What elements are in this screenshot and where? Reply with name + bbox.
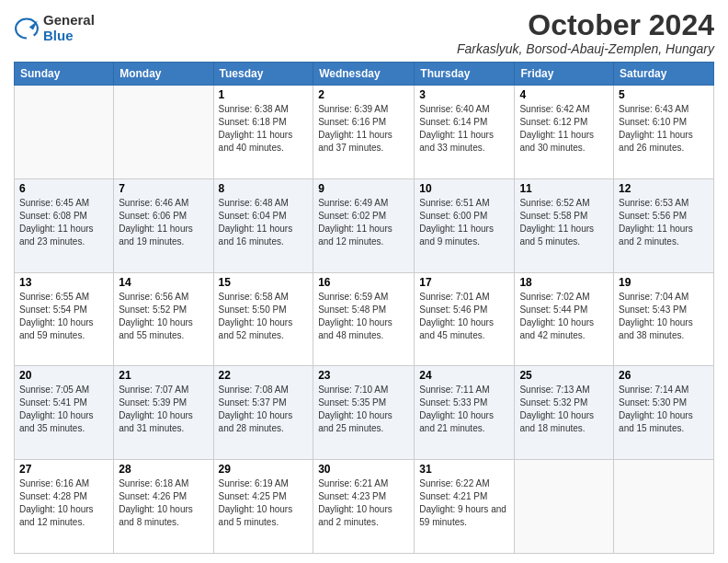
day-info: Sunrise: 6:48 AM Sunset: 6:04 PM Dayligh… — [219, 197, 309, 248]
day-number: 15 — [219, 276, 309, 289]
day-number: 17 — [419, 276, 509, 289]
title-block: October 2024 Farkaslyuk, Borsod-Abauj-Ze… — [457, 9, 714, 56]
logo-general-text: General — [43, 13, 95, 29]
calendar-col-monday: Monday — [114, 63, 213, 86]
day-number: 4 — [519, 88, 609, 101]
calendar-week-4: 20Sunrise: 7:05 AM Sunset: 5:41 PM Dayli… — [15, 366, 714, 460]
day-info: Sunrise: 6:43 AM Sunset: 6:10 PM Dayligh… — [619, 103, 709, 155]
calendar-cell: 23Sunrise: 7:10 AM Sunset: 5:35 PM Dayli… — [313, 366, 415, 460]
calendar-cell: 4Sunrise: 6:42 AM Sunset: 6:12 PM Daylig… — [515, 86, 614, 179]
day-number: 3 — [419, 88, 509, 101]
calendar-col-saturday: Saturday — [614, 63, 714, 86]
calendar-cell: 11Sunrise: 6:52 AM Sunset: 5:58 PM Dayli… — [515, 178, 614, 272]
calendar-cell: 16Sunrise: 6:59 AM Sunset: 5:48 PM Dayli… — [313, 272, 415, 366]
day-number: 8 — [219, 182, 309, 195]
logo-text: General Blue — [43, 13, 95, 43]
day-number: 14 — [119, 276, 208, 289]
day-info: Sunrise: 6:51 AM Sunset: 6:00 PM Dayligh… — [419, 197, 509, 248]
day-info: Sunrise: 7:05 AM Sunset: 5:41 PM Dayligh… — [19, 384, 108, 435]
calendar-cell: 1Sunrise: 6:38 AM Sunset: 6:18 PM Daylig… — [213, 86, 313, 179]
day-info: Sunrise: 6:56 AM Sunset: 5:52 PM Dayligh… — [119, 291, 208, 342]
calendar-cell: 18Sunrise: 7:02 AM Sunset: 5:44 PM Dayli… — [515, 272, 614, 366]
calendar-cell: 10Sunrise: 6:51 AM Sunset: 6:00 PM Dayli… — [415, 178, 515, 272]
month-title: October 2024 — [457, 9, 714, 41]
day-info: Sunrise: 6:59 AM Sunset: 5:48 PM Dayligh… — [318, 291, 409, 342]
logo-icon — [14, 16, 40, 41]
day-number: 23 — [318, 369, 409, 382]
calendar-cell: 9Sunrise: 6:49 AM Sunset: 6:02 PM Daylig… — [313, 178, 415, 272]
day-info: Sunrise: 7:13 AM Sunset: 5:32 PM Dayligh… — [519, 384, 609, 435]
calendar-cell: 22Sunrise: 7:08 AM Sunset: 5:37 PM Dayli… — [213, 366, 313, 460]
calendar-col-thursday: Thursday — [415, 63, 515, 86]
day-number: 22 — [219, 369, 309, 382]
day-info: Sunrise: 6:55 AM Sunset: 5:54 PM Dayligh… — [19, 291, 108, 342]
calendar-cell — [114, 86, 213, 179]
calendar-col-friday: Friday — [515, 63, 614, 86]
location: Farkaslyuk, Borsod-Abauj-Zemplen, Hungar… — [457, 41, 714, 56]
day-info: Sunrise: 7:02 AM Sunset: 5:44 PM Dayligh… — [519, 291, 609, 342]
calendar-cell: 27Sunrise: 6:16 AM Sunset: 4:28 PM Dayli… — [15, 460, 114, 554]
calendar-cell: 15Sunrise: 6:58 AM Sunset: 5:50 PM Dayli… — [213, 272, 313, 366]
day-number: 1 — [219, 88, 309, 101]
day-info: Sunrise: 6:45 AM Sunset: 6:08 PM Dayligh… — [19, 197, 108, 248]
calendar-cell: 19Sunrise: 7:04 AM Sunset: 5:43 PM Dayli… — [614, 272, 714, 366]
calendar: SundayMondayTuesdayWednesdayThursdayFrid… — [14, 62, 714, 554]
day-info: Sunrise: 6:22 AM Sunset: 4:21 PM Dayligh… — [419, 477, 509, 529]
day-info: Sunrise: 7:04 AM Sunset: 5:43 PM Dayligh… — [619, 291, 709, 342]
calendar-cell: 26Sunrise: 7:14 AM Sunset: 5:30 PM Dayli… — [614, 366, 714, 460]
calendar-week-1: 1Sunrise: 6:38 AM Sunset: 6:18 PM Daylig… — [15, 86, 714, 179]
day-info: Sunrise: 6:42 AM Sunset: 6:12 PM Dayligh… — [519, 103, 609, 155]
calendar-cell: 29Sunrise: 6:19 AM Sunset: 4:25 PM Dayli… — [213, 460, 313, 554]
day-number: 25 — [519, 369, 609, 382]
day-info: Sunrise: 7:10 AM Sunset: 5:35 PM Dayligh… — [318, 384, 409, 435]
page: General Blue October 2024 Farkaslyuk, Bo… — [0, 0, 728, 563]
day-number: 18 — [519, 276, 609, 289]
day-info: Sunrise: 7:11 AM Sunset: 5:33 PM Dayligh… — [419, 384, 509, 435]
day-info: Sunrise: 6:46 AM Sunset: 6:06 PM Dayligh… — [119, 197, 208, 248]
day-info: Sunrise: 6:52 AM Sunset: 5:58 PM Dayligh… — [519, 197, 609, 248]
logo: General Blue — [14, 13, 95, 43]
day-info: Sunrise: 7:14 AM Sunset: 5:30 PM Dayligh… — [619, 384, 709, 435]
calendar-cell — [614, 460, 714, 554]
calendar-col-sunday: Sunday — [15, 63, 114, 86]
calendar-cell: 17Sunrise: 7:01 AM Sunset: 5:46 PM Dayli… — [415, 272, 515, 366]
calendar-cell: 14Sunrise: 6:56 AM Sunset: 5:52 PM Dayli… — [114, 272, 213, 366]
day-number: 28 — [119, 463, 208, 476]
calendar-cell: 8Sunrise: 6:48 AM Sunset: 6:04 PM Daylig… — [213, 178, 313, 272]
day-info: Sunrise: 6:53 AM Sunset: 5:56 PM Dayligh… — [619, 197, 709, 248]
day-info: Sunrise: 7:01 AM Sunset: 5:46 PM Dayligh… — [419, 291, 509, 342]
calendar-cell — [515, 460, 614, 554]
calendar-cell: 28Sunrise: 6:18 AM Sunset: 4:26 PM Dayli… — [114, 460, 213, 554]
day-info: Sunrise: 6:58 AM Sunset: 5:50 PM Dayligh… — [219, 291, 309, 342]
day-number: 12 — [619, 182, 709, 195]
day-number: 21 — [119, 369, 208, 382]
day-info: Sunrise: 6:38 AM Sunset: 6:18 PM Dayligh… — [219, 103, 309, 155]
calendar-col-wednesday: Wednesday — [313, 63, 415, 86]
calendar-week-3: 13Sunrise: 6:55 AM Sunset: 5:54 PM Dayli… — [15, 272, 714, 366]
calendar-cell: 5Sunrise: 6:43 AM Sunset: 6:10 PM Daylig… — [614, 86, 714, 179]
day-number: 20 — [19, 369, 108, 382]
calendar-cell: 24Sunrise: 7:11 AM Sunset: 5:33 PM Dayli… — [415, 366, 515, 460]
day-info: Sunrise: 6:40 AM Sunset: 6:14 PM Dayligh… — [419, 103, 509, 155]
calendar-cell: 25Sunrise: 7:13 AM Sunset: 5:32 PM Dayli… — [515, 366, 614, 460]
day-number: 16 — [318, 276, 409, 289]
calendar-cell: 20Sunrise: 7:05 AM Sunset: 5:41 PM Dayli… — [15, 366, 114, 460]
calendar-cell: 3Sunrise: 6:40 AM Sunset: 6:14 PM Daylig… — [415, 86, 515, 179]
day-info: Sunrise: 6:39 AM Sunset: 6:16 PM Dayligh… — [318, 103, 409, 155]
day-number: 27 — [19, 463, 108, 476]
calendar-header-row: SundayMondayTuesdayWednesdayThursdayFrid… — [15, 63, 714, 86]
calendar-week-2: 6Sunrise: 6:45 AM Sunset: 6:08 PM Daylig… — [15, 178, 714, 272]
logo-blue-text: Blue — [43, 29, 95, 44]
day-info: Sunrise: 7:08 AM Sunset: 5:37 PM Dayligh… — [219, 384, 309, 435]
day-number: 24 — [419, 369, 509, 382]
calendar-cell: 12Sunrise: 6:53 AM Sunset: 5:56 PM Dayli… — [614, 178, 714, 272]
calendar-week-5: 27Sunrise: 6:16 AM Sunset: 4:28 PM Dayli… — [15, 460, 714, 554]
day-info: Sunrise: 6:18 AM Sunset: 4:26 PM Dayligh… — [119, 477, 208, 529]
calendar-cell: 21Sunrise: 7:07 AM Sunset: 5:39 PM Dayli… — [114, 366, 213, 460]
day-number: 10 — [419, 182, 509, 195]
day-number: 26 — [619, 369, 709, 382]
day-number: 2 — [318, 88, 409, 101]
day-number: 5 — [619, 88, 709, 101]
day-number: 9 — [318, 182, 409, 195]
day-info: Sunrise: 6:49 AM Sunset: 6:02 PM Dayligh… — [318, 197, 409, 248]
